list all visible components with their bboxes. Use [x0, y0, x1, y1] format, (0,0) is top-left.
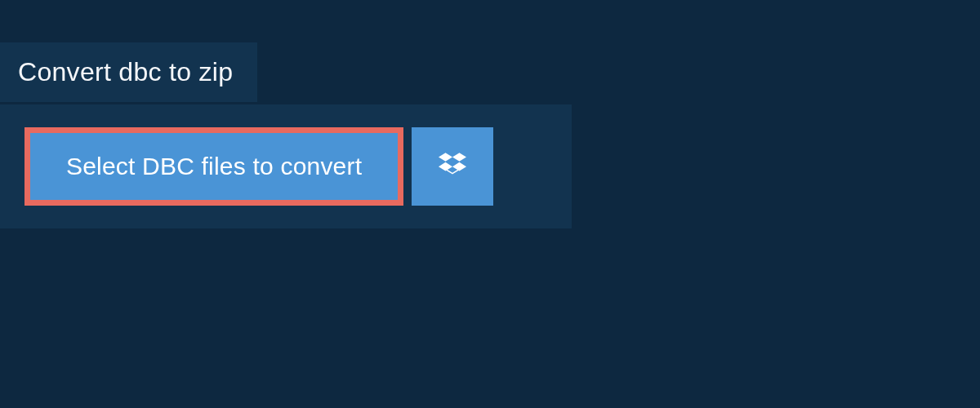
dropbox-icon [439, 153, 466, 180]
tab-header: Convert dbc to zip [0, 42, 257, 102]
dropbox-button[interactable] [412, 127, 493, 206]
tab-convert[interactable]: Convert dbc to zip [0, 42, 257, 102]
select-files-label: Select DBC files to convert [66, 153, 362, 180]
upload-panel: Select DBC files to convert [0, 104, 572, 228]
tab-label: Convert dbc to zip [18, 57, 233, 86]
select-files-button[interactable]: Select DBC files to convert [24, 127, 403, 206]
